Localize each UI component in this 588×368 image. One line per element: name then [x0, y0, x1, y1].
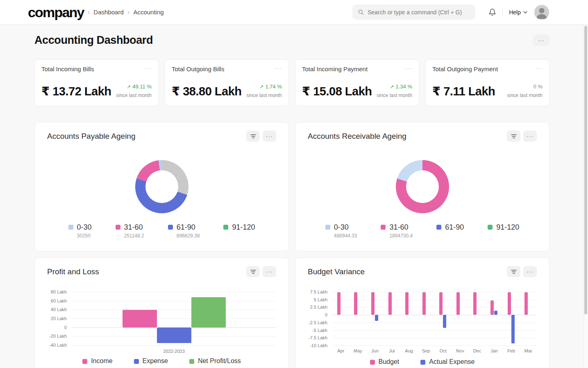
filter-icon — [511, 134, 517, 139]
bar[interactable] — [456, 292, 460, 315]
x-tick-label: Nov — [456, 348, 464, 353]
breadcrumb-accounting[interactable]: Accounting — [133, 9, 163, 16]
filter-button[interactable] — [246, 266, 260, 277]
filter-icon — [511, 269, 517, 274]
legend-item-actual-expense[interactable]: Actual Expense — [420, 358, 474, 366]
bar[interactable] — [191, 297, 226, 327]
card-menu-button[interactable]: ··· — [405, 65, 413, 71]
receivable-ageing-donut-chart[interactable] — [396, 160, 449, 213]
bar[interactable] — [494, 311, 497, 315]
gridline — [72, 309, 276, 310]
legend-swatch — [134, 359, 139, 364]
app-logo[interactable]: company — [28, 5, 84, 19]
bar[interactable] — [388, 292, 392, 315]
bar[interactable] — [490, 300, 494, 315]
number-cards-row: Total Incoming Bills ··· ₹ 13.72 Lakh ↗4… — [34, 59, 549, 106]
chevron-down-icon — [523, 11, 527, 14]
legend-item-budget[interactable]: Budget — [370, 358, 400, 366]
chart-menu-button[interactable]: ··· — [263, 266, 276, 277]
bar[interactable] — [443, 315, 446, 328]
y-tick-label: 60 Lakh — [51, 298, 67, 303]
legend-item-31-60[interactable]: 31-60 251148.2 — [116, 223, 144, 239]
bar[interactable] — [422, 292, 426, 315]
dashboard-menu-button[interactable]: ··· — [533, 35, 549, 46]
bar[interactable] — [337, 292, 341, 315]
y-tick-label: 20 Lakh — [51, 316, 67, 321]
gridline — [332, 338, 537, 338]
card-menu-button[interactable]: ··· — [275, 65, 282, 71]
legend-swatch — [325, 225, 330, 230]
number-card-total-incoming-bills: Total Incoming Bills ··· ₹ 13.72 Lakh ↗4… — [34, 59, 159, 106]
legend-item-net-profit-loss[interactable]: Net Profit/Loss — [189, 357, 241, 365]
legend-item-expense[interactable]: Expense — [134, 357, 168, 365]
card-label: Total Outgoing Payment — [432, 65, 498, 72]
legend-label: Actual Expense — [429, 358, 474, 366]
legend-swatch — [420, 360, 425, 365]
gridline — [332, 330, 537, 331]
legend-label: Budget — [379, 358, 400, 366]
chart-title: Accounts Receivable Ageing — [308, 132, 406, 141]
x-tick-label: Apr — [337, 348, 344, 353]
bar-charts-row: Profit and Loss ··· 80 Lakh60 Lakh40 Lak… — [34, 257, 549, 368]
bar[interactable] — [511, 315, 515, 343]
bar[interactable] — [524, 292, 528, 315]
page-title: Accounting Dashboard — [34, 34, 153, 47]
help-menu-button[interactable]: Help — [509, 9, 527, 16]
bar[interactable] — [405, 292, 409, 315]
budget-variance-bar-chart[interactable] — [332, 292, 537, 345]
card-menu-button[interactable]: ··· — [145, 65, 152, 71]
legend-swatch — [82, 359, 87, 364]
scrollbar-thumb[interactable] — [584, 26, 587, 314]
payable-ageing-donut-chart[interactable] — [135, 160, 188, 213]
gridline — [332, 315, 537, 315]
notifications-bell-button[interactable] — [488, 8, 496, 16]
legend-item-0-30[interactable]: 0-30 488944.33 — [325, 223, 357, 239]
gridline — [72, 292, 276, 292]
profit-loss-bar-chart[interactable] — [72, 292, 276, 345]
bar[interactable] — [371, 292, 375, 315]
chart-menu-button[interactable]: ··· — [523, 266, 537, 277]
y-tick-label: 0 — [325, 312, 327, 317]
bar[interactable] — [473, 292, 477, 315]
chart-menu-button[interactable]: ··· — [263, 131, 276, 142]
legend-swatch — [68, 225, 73, 230]
legend-label: 91-120 — [232, 223, 255, 232]
legend-label: 31-60 — [389, 223, 413, 232]
legend-item-income[interactable]: Income — [82, 357, 112, 365]
bar[interactable] — [508, 292, 511, 315]
bar[interactable] — [354, 292, 357, 315]
gridline — [72, 345, 276, 345]
gridline — [332, 292, 537, 292]
legend-item-91-120[interactable]: 91-120 — [488, 223, 519, 239]
ageing-charts-row: Accounts Payable Ageing ··· 0-30 30250 — [34, 122, 549, 251]
legend-item-31-60[interactable]: 31-60 1894730.4 — [381, 223, 413, 239]
y-tick-label: -10 Lakh — [310, 343, 327, 348]
page-scrollbar[interactable] — [583, 25, 588, 368]
filter-button[interactable] — [507, 266, 520, 277]
user-avatar[interactable] — [534, 5, 549, 20]
filter-button[interactable] — [246, 131, 260, 142]
bar[interactable] — [157, 327, 191, 343]
card-period: since last month — [377, 93, 412, 98]
bar[interactable] — [439, 292, 443, 315]
y-tick-label: 7.5 Lakh — [310, 289, 327, 294]
legend-item-61-90[interactable]: 61-90 696629.38 — [168, 223, 200, 239]
legend-item-91-120[interactable]: 91-120 — [223, 223, 255, 239]
breadcrumb-dashboard[interactable]: Dashboard — [93, 9, 123, 16]
legend-value: 488944.33 — [334, 233, 357, 239]
help-label: Help — [509, 9, 521, 16]
number-card-total-incoming-payment: Total Incoming Payment ··· ₹ 15.08 Lakh … — [295, 59, 419, 106]
legend-item-61-90[interactable]: 61-90 — [436, 223, 464, 239]
card-menu-button[interactable]: ··· — [536, 65, 543, 71]
legend-item-0-30[interactable]: 0-30 30250 — [68, 223, 92, 239]
bar[interactable] — [375, 315, 378, 321]
global-search-input[interactable]: Search or type a command (Ctrl + G) — [352, 5, 475, 20]
bar[interactable] — [123, 310, 157, 327]
bell-icon — [488, 8, 496, 16]
filter-icon — [250, 134, 256, 139]
chart-menu-button[interactable]: ··· — [523, 131, 537, 142]
legend-swatch — [370, 360, 375, 365]
legend-value: 30250 — [77, 233, 92, 239]
x-axis: AprMayJunJulAugSepOctNovDecJanFebMar — [332, 348, 537, 354]
filter-button[interactable] — [507, 131, 520, 142]
